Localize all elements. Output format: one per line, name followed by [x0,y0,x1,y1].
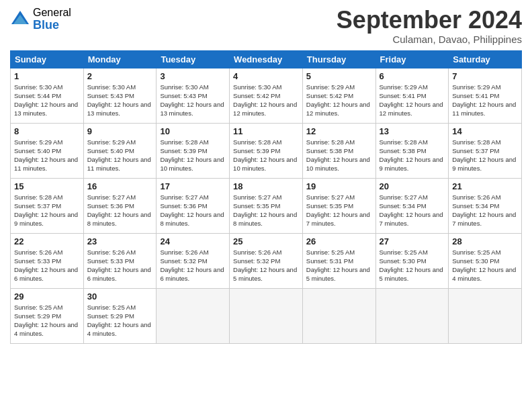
day-number: 2 [87,71,153,81]
calendar-week: 8 Sunrise: 5:29 AM Sunset: 5:40 PM Dayli… [11,123,522,178]
day-info: Sunrise: 5:28 AM Sunset: 5:37 PM Dayligh… [452,138,518,173]
day-info: Sunrise: 5:25 AM Sunset: 5:30 PM Dayligh… [380,248,445,283]
logo-general: General [33,7,71,19]
daylight-label: Daylight: 12 hours and 13 minutes. [160,101,224,117]
day-number: 15 [14,181,80,191]
day-number: 6 [380,71,445,81]
sunset-label: Sunset: 5:43 PM [160,92,207,99]
sunset-label: Sunset: 5:39 PM [160,147,207,154]
sunset-label: Sunset: 5:38 PM [380,147,427,154]
day-number: 10 [160,126,226,136]
title-area: September 2024 Culaman, Davao, Philippin… [337,7,522,45]
col-saturday: Saturday [449,50,522,68]
table-row [375,288,449,343]
logo-blue: Blue [33,19,71,32]
col-thursday: Thursday [302,50,375,68]
table-row [449,288,522,343]
sunset-label: Sunset: 5:33 PM [87,257,134,265]
daylight-label: Daylight: 12 hours and 13 minutes. [87,101,151,117]
day-info: Sunrise: 5:28 AM Sunset: 5:38 PM Dayligh… [306,138,372,173]
day-number: 28 [452,236,518,246]
page: General Blue September 2024 Culaman, Dav… [0,0,532,411]
sunset-label: Sunset: 5:34 PM [380,202,427,210]
daylight-label: Daylight: 12 hours and 8 minutes. [233,211,297,227]
sunrise-label: Sunrise: 5:25 AM [14,304,62,311]
table-row: 29 Sunrise: 5:25 AM Sunset: 5:29 PM Dayl… [11,288,84,343]
sunrise-label: Sunrise: 5:30 AM [233,83,281,91]
sunset-label: Sunset: 5:43 PM [87,92,134,99]
day-info: Sunrise: 5:28 AM Sunset: 5:39 PM Dayligh… [233,138,299,173]
sunrise-label: Sunrise: 5:29 AM [87,138,136,146]
day-info: Sunrise: 5:28 AM Sunset: 5:37 PM Dayligh… [14,193,80,228]
sunset-label: Sunset: 5:35 PM [233,202,280,210]
table-row: 17 Sunrise: 5:27 AM Sunset: 5:36 PM Dayl… [157,178,230,233]
day-number: 22 [14,236,80,246]
sunrise-label: Sunrise: 5:27 AM [160,193,208,201]
table-row: 3 Sunrise: 5:30 AM Sunset: 5:43 PM Dayli… [157,68,230,123]
sunrise-label: Sunrise: 5:25 AM [306,248,355,256]
sunrise-label: Sunrise: 5:26 AM [160,248,208,256]
table-row: 13 Sunrise: 5:28 AM Sunset: 5:38 PM Dayl… [375,123,449,178]
daylight-label: Daylight: 12 hours and 11 minutes. [452,101,516,117]
sunrise-label: Sunrise: 5:26 AM [233,248,281,256]
daylight-label: Daylight: 12 hours and 7 minutes. [306,211,370,227]
sunset-label: Sunset: 5:41 PM [380,92,427,99]
table-row: 21 Sunrise: 5:26 AM Sunset: 5:34 PM Dayl… [449,178,522,233]
day-info: Sunrise: 5:25 AM Sunset: 5:30 PM Dayligh… [452,248,518,283]
daylight-label: Daylight: 12 hours and 7 minutes. [452,211,516,227]
sunset-label: Sunset: 5:44 PM [14,92,61,99]
day-info: Sunrise: 5:30 AM Sunset: 5:42 PM Dayligh… [233,83,299,118]
sunset-label: Sunset: 5:29 PM [87,312,134,320]
sunrise-label: Sunrise: 5:25 AM [87,304,136,311]
sunrise-label: Sunrise: 5:27 AM [87,193,136,201]
day-info: Sunrise: 5:29 AM Sunset: 5:41 PM Dayligh… [452,83,518,118]
logo-text: General Blue [33,7,71,32]
table-row: 8 Sunrise: 5:29 AM Sunset: 5:40 PM Dayli… [11,123,84,178]
day-info: Sunrise: 5:29 AM Sunset: 5:40 PM Dayligh… [14,138,80,173]
daylight-label: Daylight: 12 hours and 12 minutes. [380,101,443,117]
sunset-label: Sunset: 5:37 PM [14,202,61,210]
day-number: 23 [87,236,153,246]
col-tuesday: Tuesday [157,50,230,68]
day-number: 17 [160,181,226,191]
month-title: September 2024 [337,7,522,34]
header-row: Sunday Monday Tuesday Wednesday Thursday… [11,50,522,68]
table-row: 25 Sunrise: 5:26 AM Sunset: 5:32 PM Dayl… [230,233,303,288]
sunrise-label: Sunrise: 5:28 AM [14,193,62,201]
col-monday: Monday [83,50,157,68]
table-row: 6 Sunrise: 5:29 AM Sunset: 5:41 PM Dayli… [375,68,449,123]
sunrise-label: Sunrise: 5:30 AM [160,83,208,91]
sunrise-label: Sunrise: 5:29 AM [452,83,500,91]
day-info: Sunrise: 5:26 AM Sunset: 5:33 PM Dayligh… [14,248,80,283]
logo-icon [10,9,30,30]
daylight-label: Daylight: 12 hours and 11 minutes. [87,156,151,172]
table-row [302,288,375,343]
table-row: 5 Sunrise: 5:29 AM Sunset: 5:42 PM Dayli… [302,68,375,123]
day-number: 3 [160,71,226,81]
day-number: 18 [233,181,299,191]
col-wednesday: Wednesday [230,50,303,68]
daylight-label: Daylight: 12 hours and 4 minutes. [14,321,78,337]
sunset-label: Sunset: 5:29 PM [14,312,61,320]
calendar-week: 15 Sunrise: 5:28 AM Sunset: 5:37 PM Dayl… [11,178,522,233]
day-info: Sunrise: 5:26 AM Sunset: 5:33 PM Dayligh… [87,248,153,283]
table-row: 15 Sunrise: 5:28 AM Sunset: 5:37 PM Dayl… [11,178,84,233]
day-number: 16 [87,181,153,191]
sunset-label: Sunset: 5:40 PM [87,147,134,154]
table-row: 28 Sunrise: 5:25 AM Sunset: 5:30 PM Dayl… [449,233,522,288]
sunrise-label: Sunrise: 5:29 AM [14,138,62,146]
header: General Blue September 2024 Culaman, Dav… [10,7,522,45]
sunset-label: Sunset: 5:32 PM [160,257,207,265]
daylight-label: Daylight: 12 hours and 11 minutes. [14,156,78,172]
sunrise-label: Sunrise: 5:28 AM [233,138,281,146]
sunrise-label: Sunrise: 5:27 AM [306,193,355,201]
table-row: 24 Sunrise: 5:26 AM Sunset: 5:32 PM Dayl… [157,233,230,288]
daylight-label: Daylight: 12 hours and 5 minutes. [233,266,297,282]
day-number: 19 [306,181,372,191]
day-info: Sunrise: 5:28 AM Sunset: 5:39 PM Dayligh… [160,138,226,173]
sunset-label: Sunset: 5:31 PM [306,257,353,265]
sunrise-label: Sunrise: 5:28 AM [306,138,355,146]
daylight-label: Daylight: 12 hours and 6 minutes. [14,266,78,282]
day-info: Sunrise: 5:29 AM Sunset: 5:41 PM Dayligh… [380,83,445,118]
sunset-label: Sunset: 5:30 PM [380,257,427,265]
